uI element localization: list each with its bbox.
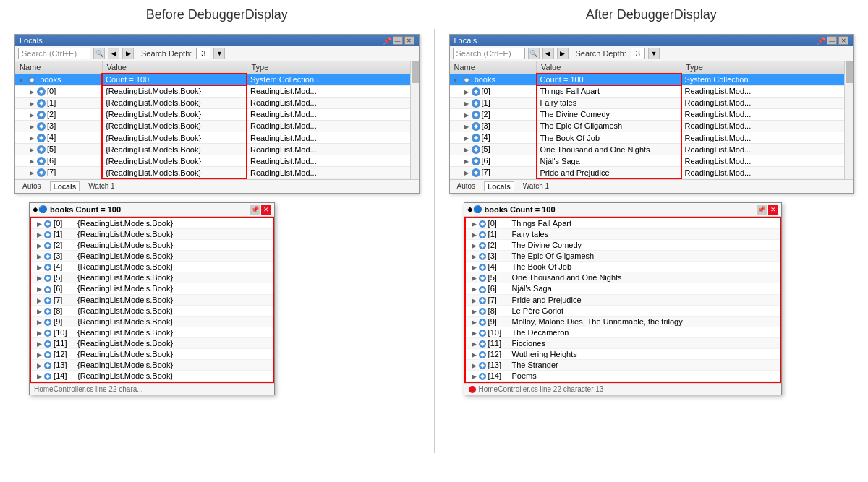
tooltip-row[interactable]: ▶ ◆ [13] The Stranger — [466, 360, 780, 371]
autos-tab[interactable]: Autos — [20, 181, 44, 191]
after-top-title-text: Locals — [454, 36, 477, 45]
tooltip-item-name: ▶ ◆ [3] — [31, 251, 75, 262]
tooltip-row[interactable]: ▶ ◆ [0] {ReadingList.Models.Book} — [31, 218, 273, 229]
titlebar-controls: 📌 — ✕ — [383, 36, 414, 45]
tooltip-row[interactable]: ▶ ◆ [5] {ReadingList.Models.Book} — [31, 272, 273, 283]
tooltip-item-name: ▶ ◆ [9] — [31, 316, 75, 327]
tooltip-row[interactable]: ▶ ◆ [10] The Decameron — [466, 327, 780, 337]
tooltip-row[interactable]: ▶ ◆ [8] Le Père Goriot — [466, 305, 780, 316]
after-forward-icon[interactable]: ▶ — [557, 48, 569, 59]
item-value: The Epic Of Gilgamesh — [537, 120, 681, 132]
tooltip-row[interactable]: ▶ ◆ [8] {ReadingList.Models.Book} — [31, 305, 273, 316]
item-value: Things Fall Apart — [537, 85, 681, 97]
after-close-btn[interactable]: ✕ — [838, 36, 848, 45]
tooltip-row[interactable]: ▶ ◆ [13] {ReadingList.Models.Book} — [31, 360, 273, 371]
after-back-icon[interactable]: ◀ — [542, 48, 554, 59]
pin-tooltip-btn[interactable]: 📌 — [250, 205, 260, 215]
back-icon[interactable]: ◀ — [108, 48, 119, 59]
tooltip-row[interactable]: ▶ ◆ [6] {ReadingList.Models.Book} — [31, 283, 273, 294]
close-tooltip-btn[interactable]: ✕ — [261, 205, 271, 215]
item-type: ReadingList.Mod... — [247, 132, 418, 143]
tooltip-row[interactable]: ▶ ◆ [7] {ReadingList.Models.Book} — [31, 294, 273, 305]
item-type: ReadingList.Mod... — [681, 167, 853, 178]
watch1-tab[interactable]: Watch 1 — [85, 181, 117, 191]
after-tooltip-title: books Count = 100 — [485, 205, 556, 214]
tooltip-row[interactable]: ▶ ◆ [1] {ReadingList.Models.Book} — [31, 228, 273, 239]
table-row[interactable]: ▶◆[6] {ReadingList.Models.Book} ReadingL… — [15, 155, 418, 167]
after-autos-tab[interactable]: Autos — [454, 181, 479, 191]
tooltip-row[interactable]: ▶ ◆ [2] The Divine Comedy — [466, 240, 780, 251]
tooltip-item-name: ▶ ◆ [0] — [466, 218, 509, 229]
table-row[interactable]: ▶◆[7] Pride and Prejudice ReadingList.Mo… — [450, 167, 853, 178]
expand-arrow[interactable]: ▼ — [18, 77, 25, 84]
scrollbar-thumb[interactable] — [412, 61, 419, 83]
table-row[interactable]: ▶◆[2] {ReadingList.Models.Book} ReadingL… — [15, 108, 418, 120]
after-close-tooltip-btn[interactable]: ✕ — [768, 205, 778, 215]
tooltip-row[interactable]: ▶ ◆ [11] {ReadingList.Models.Book} — [31, 337, 273, 348]
table-row[interactable]: ▶◆[7] {ReadingList.Models.Book} ReadingL… — [15, 167, 418, 178]
after-watch1-tab[interactable]: Watch 1 — [520, 181, 552, 191]
books-row[interactable]: ▼ ◆ books Count = 100 System.Collection.… — [15, 74, 418, 85]
table-row[interactable]: ▶◆[5] {ReadingList.Models.Book} ReadingL… — [15, 144, 418, 155]
tooltip-item-name: ▶ ◆ [5] — [466, 272, 509, 283]
locals-tab[interactable]: Locals — [50, 181, 80, 191]
tooltip-row[interactable]: ▶ ◆ [14] Poems — [466, 371, 780, 382]
after-minimize-btn[interactable]: — — [827, 36, 837, 45]
after-locals-tab[interactable]: Locals — [484, 181, 514, 191]
tooltip-row[interactable]: ▶ ◆ [9] {ReadingList.Models.Book} — [31, 316, 273, 327]
after-tooltip-footer-text: HomeController.cs line 22 character 13 — [479, 385, 604, 393]
after-pin-tooltip-btn[interactable]: 📌 — [757, 205, 767, 215]
tooltip-item-value: Wuthering Heights — [509, 348, 780, 359]
table-row[interactable]: ▶◆[3] {ReadingList.Models.Book} ReadingL… — [15, 120, 418, 132]
tooltip-row[interactable]: ▶ ◆ [3] The Epic Of Gilgamesh — [466, 251, 780, 262]
tooltip-row[interactable]: ▶ ◆ [7] Pride and Prejudice — [466, 294, 780, 305]
tooltip-row[interactable]: ▶ ◆ [6] Njál's Saga — [466, 283, 780, 294]
table-row[interactable]: ▶◆[0] Things Fall Apart ReadingList.Mod.… — [450, 85, 853, 97]
search-icon[interactable]: 🔍 — [93, 48, 105, 59]
tooltip-row[interactable]: ▶ ◆ [0] Things Fall Apart — [466, 218, 780, 229]
tooltip-row[interactable]: ▶ ◆ [12] Wuthering Heights — [466, 348, 780, 359]
dropdown-icon[interactable]: ▼ — [213, 48, 225, 59]
item-name: ▶◆[1] — [15, 97, 102, 108]
table-row[interactable]: ▶◆[4] {ReadingList.Models.Book} ReadingL… — [15, 132, 418, 143]
after-books-row[interactable]: ▼ ◆ books Count = 100 System.Collection.… — [450, 74, 853, 85]
after-top-table: Name Value Type ▼ ◆ books Count — [450, 61, 854, 179]
after-dropdown-icon[interactable]: ▼ — [648, 48, 660, 59]
tooltip-item-value: {ReadingList.Models.Book} — [75, 251, 273, 262]
table-row[interactable]: ▶◆[6] Njál's Saga ReadingList.Mod... — [450, 155, 853, 167]
tooltip-item-value: Le Père Goriot — [509, 305, 780, 316]
tooltip-item-value: Ficciones — [509, 337, 780, 348]
item-name: ▶◆[5] — [15, 144, 102, 155]
right-title: After DebuggerDisplay — [449, 7, 854, 22]
forward-icon[interactable]: ▶ — [122, 48, 134, 59]
tooltip-item-name: ▶ ◆ [2] — [31, 240, 75, 251]
close-btn[interactable]: ✕ — [404, 36, 414, 45]
table-row[interactable]: ▶◆[1] Fairy tales ReadingList.Mod... — [450, 97, 853, 108]
tooltip-row[interactable]: ▶ ◆ [11] Ficciones — [466, 337, 780, 348]
tooltip-row[interactable]: ▶ ◆ [12] {ReadingList.Models.Book} — [31, 348, 273, 359]
item-name: ▶◆[2] — [15, 108, 102, 120]
after-search-icon[interactable]: 🔍 — [528, 48, 540, 59]
minimize-btn[interactable]: — — [393, 36, 403, 45]
tooltip-row[interactable]: ▶ ◆ [5] One Thousand and One Nights — [466, 272, 780, 283]
tooltip-row[interactable]: ▶ ◆ [2] {ReadingList.Models.Book} — [31, 240, 273, 251]
after-search-box[interactable]: Search (Ctrl+E) — [453, 48, 525, 59]
table-row[interactable]: ▶◆[4] The Book Of Job ReadingList.Mod... — [450, 132, 853, 143]
tooltip-item-value: {ReadingList.Models.Book} — [75, 228, 273, 239]
tooltip-row[interactable]: ▶ ◆ [9] Molloy, Malone Dies, The Unnamab… — [466, 316, 780, 327]
after-scrollbar-thumb[interactable] — [846, 61, 853, 83]
after-scrollbar[interactable] — [844, 61, 853, 179]
tooltip-row[interactable]: ▶ ◆ [10] {ReadingList.Models.Book} — [31, 327, 273, 337]
table-row[interactable]: ▶◆[1] {ReadingList.Models.Book} ReadingL… — [15, 97, 418, 108]
tooltip-row[interactable]: ▶ ◆ [3] {ReadingList.Models.Book} — [31, 251, 273, 262]
table-row[interactable]: ▶◆[2] The Divine Comedy ReadingList.Mod.… — [450, 108, 853, 120]
table-row[interactable]: ▶◆[0] {ReadingList.Models.Book} ReadingL… — [15, 85, 418, 97]
tooltip-row[interactable]: ▶ ◆ [4] The Book Of Job — [466, 262, 780, 272]
search-box[interactable]: Search (Ctrl+E) — [18, 48, 90, 59]
tooltip-row[interactable]: ▶ ◆ [4] {ReadingList.Models.Book} — [31, 262, 273, 272]
tooltip-row[interactable]: ▶ ◆ [1] Fairy tales — [466, 228, 780, 239]
table-row[interactable]: ▶◆[5] One Thousand and One Nights Readin… — [450, 144, 853, 155]
table-row[interactable]: ▶◆[3] The Epic Of Gilgamesh ReadingList.… — [450, 120, 853, 132]
tooltip-row[interactable]: ▶ ◆ [14] {ReadingList.Models.Book} — [31, 371, 273, 382]
scrollbar[interactable] — [410, 61, 419, 179]
